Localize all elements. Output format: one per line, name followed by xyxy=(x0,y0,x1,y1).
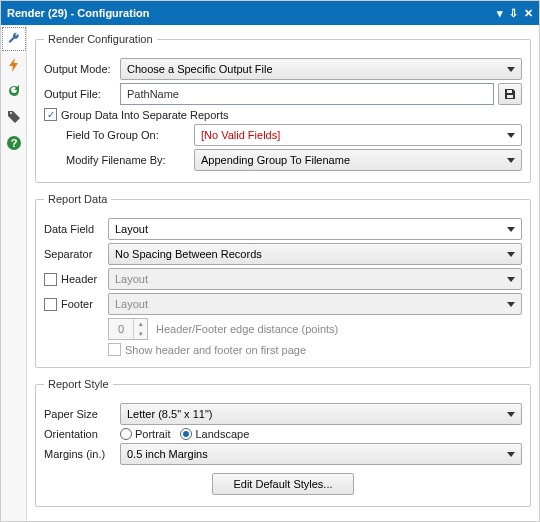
titlebar: Render (29) - Configuration ▾ ⇩ ✕ xyxy=(1,1,539,25)
report-data-group: Report Data Data Field Layout Separator … xyxy=(35,193,531,368)
paper-size-combo[interactable]: Letter (8.5" x 11") xyxy=(120,403,522,425)
header-checkbox[interactable] xyxy=(44,273,57,286)
portrait-label: Portrait xyxy=(135,428,170,440)
svg-text:?: ? xyxy=(10,137,17,149)
header-label: Header xyxy=(61,273,108,285)
edge-distance-label: Header/Footer edge distance (points) xyxy=(156,323,338,335)
config-window: Render (29) - Configuration ▾ ⇩ ✕ ? xyxy=(0,0,540,522)
window-title: Render (29) - Configuration xyxy=(7,7,149,19)
modify-filename-label: Modify Filename By: xyxy=(66,154,194,166)
footer-checkbox[interactable] xyxy=(44,298,57,311)
report-style-group: Report Style Paper Size Letter (8.5" x 1… xyxy=(35,378,531,507)
field-group-label: Field To Group On: xyxy=(66,129,194,141)
portrait-radio[interactable] xyxy=(120,428,132,440)
content-area: Render Configuration Output Mode: Choose… xyxy=(27,25,539,521)
paper-size-label: Paper Size xyxy=(44,408,120,420)
refresh-icon[interactable] xyxy=(2,79,26,103)
group-data-label: Group Data Into Separate Reports xyxy=(61,109,229,121)
data-field-combo[interactable]: Layout xyxy=(108,218,522,240)
spin-down: ▾ xyxy=(133,329,147,339)
margins-label: Margins (in.) xyxy=(44,448,120,460)
edit-default-styles-button[interactable]: Edit Default Styles... xyxy=(212,473,353,495)
tag-icon[interactable] xyxy=(2,105,26,129)
orientation-label: Orientation xyxy=(44,428,120,440)
footer-label: Footer xyxy=(61,298,108,310)
wrench-icon[interactable] xyxy=(2,27,26,51)
margins-combo[interactable]: 0.5 inch Margins xyxy=(120,443,522,465)
output-file-label: Output File: xyxy=(44,88,120,100)
output-mode-label: Output Mode: xyxy=(44,63,120,75)
save-file-button[interactable] xyxy=(498,83,522,105)
render-config-legend: Render Configuration xyxy=(44,33,157,45)
output-file-input[interactable]: PathName xyxy=(120,83,494,105)
help-icon[interactable]: ? xyxy=(2,131,26,155)
show-hf-checkbox xyxy=(108,343,121,356)
data-field-label: Data Field xyxy=(44,223,108,235)
group-data-checkbox[interactable]: ✓ xyxy=(44,108,57,121)
landscape-radio[interactable] xyxy=(180,428,192,440)
separator-combo[interactable]: No Spacing Between Records xyxy=(108,243,522,265)
save-icon xyxy=(503,87,517,101)
pin-icon[interactable]: ⇩ xyxy=(509,7,518,20)
show-hf-label: Show header and footer on first page xyxy=(125,344,306,356)
sidebar: ? xyxy=(1,25,27,521)
report-data-legend: Report Data xyxy=(44,193,111,205)
output-mode-combo[interactable]: Choose a Specific Output File xyxy=(120,58,522,80)
separator-label: Separator xyxy=(44,248,108,260)
edge-distance-spinner: 0 ▴▾ xyxy=(108,318,148,340)
lightning-icon[interactable] xyxy=(2,53,26,77)
landscape-label: Landscape xyxy=(195,428,249,440)
render-config-group: Render Configuration Output Mode: Choose… xyxy=(35,33,531,183)
field-group-combo[interactable]: [No Valid Fields] xyxy=(194,124,522,146)
header-combo: Layout xyxy=(108,268,522,290)
dropdown-icon[interactable]: ▾ xyxy=(497,7,503,20)
modify-filename-combo[interactable]: Appending Group To Filename xyxy=(194,149,522,171)
close-icon[interactable]: ✕ xyxy=(524,7,533,20)
footer-combo: Layout xyxy=(108,293,522,315)
report-style-legend: Report Style xyxy=(44,378,113,390)
spin-up: ▴ xyxy=(133,319,147,329)
